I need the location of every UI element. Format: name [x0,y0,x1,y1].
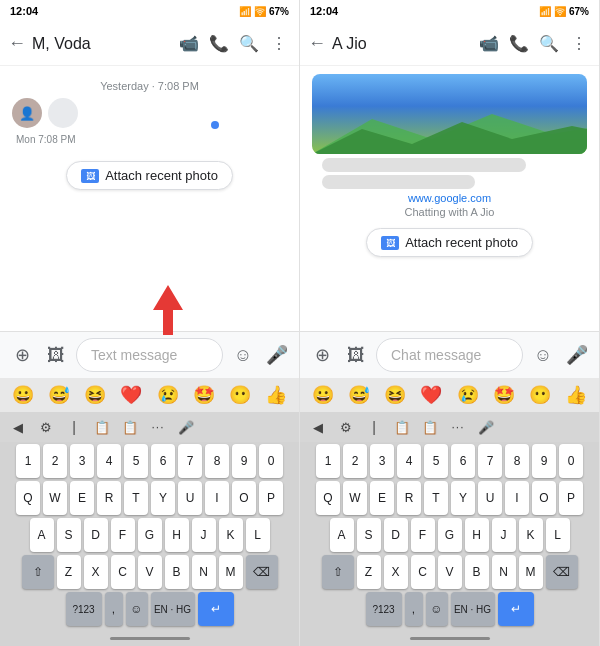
key-q-right[interactable]: Q [316,481,340,515]
key-j-right[interactable]: J [492,518,516,552]
key-a-right[interactable]: A [330,518,354,552]
key-2-right[interactable]: 2 [343,444,367,478]
key-u-right[interactable]: U [478,481,502,515]
emoji-1-right[interactable]: 😀 [306,384,340,406]
emoji-2-left[interactable]: 😅 [42,384,76,406]
emoji-7-right[interactable]: 😶 [523,384,557,406]
key-s-left[interactable]: S [57,518,81,552]
add-icon-right[interactable]: ⊕ [308,341,336,369]
comma-key-left[interactable]: , [105,592,123,626]
emoji-5-left[interactable]: 😢 [151,384,185,406]
toolbar-clipboard-right[interactable]: 📋 [390,415,414,439]
key-w-left[interactable]: W [43,481,67,515]
key-v-right[interactable]: V [438,555,462,589]
attach-icon-right[interactable]: 🖼 [342,341,370,369]
num-switch-left[interactable]: ?123 [66,592,102,626]
key-g-right[interactable]: G [438,518,462,552]
emoji-key-left[interactable]: ☺ [126,592,148,626]
emoji-icon-right[interactable]: ☺ [529,341,557,369]
key-8-right[interactable]: 8 [505,444,529,478]
key-f-right[interactable]: F [411,518,435,552]
key-i-left[interactable]: I [205,481,229,515]
toolbar-more-left[interactable]: ··· [146,415,170,439]
emoji-icon-left[interactable]: ☺ [229,341,257,369]
toolbar-mic-left[interactable]: 🎤 [174,415,198,439]
key-o-right[interactable]: O [532,481,556,515]
key-g-left[interactable]: G [138,518,162,552]
key-1-left[interactable]: 1 [16,444,40,478]
key-m-left[interactable]: M [219,555,243,589]
attach-icon-left[interactable]: 🖼 [42,341,70,369]
key-5-right[interactable]: 5 [424,444,448,478]
emoji-1-left[interactable]: 😀 [6,384,40,406]
toolbar-mic-right[interactable]: 🎤 [474,415,498,439]
toolbar-clipboard-left[interactable]: 📋 [90,415,114,439]
key-o-left[interactable]: O [232,481,256,515]
phone-icon-right[interactable]: 📞 [507,32,531,56]
key-7-right[interactable]: 7 [478,444,502,478]
emoji-8-left[interactable]: 👍 [259,384,293,406]
lang-key-right[interactable]: EN · HG [451,592,495,626]
emoji-6-right[interactable]: 🤩 [487,384,521,406]
toolbar-clipboard2-left[interactable]: 📋 [118,415,142,439]
num-switch-right[interactable]: ?123 [366,592,402,626]
key-z-left[interactable]: Z [57,555,81,589]
emoji-5-right[interactable]: 😢 [451,384,485,406]
key-0-right[interactable]: 0 [559,444,583,478]
phone-icon-left[interactable]: 📞 [207,32,231,56]
key-r-left[interactable]: R [97,481,121,515]
more-icon-right[interactable]: ⋮ [567,32,591,56]
emoji-3-left[interactable]: 😆 [78,384,112,406]
key-e-left[interactable]: E [70,481,94,515]
back-button-right[interactable]: ← [308,33,326,54]
key-3-right[interactable]: 3 [370,444,394,478]
text-input-right[interactable]: Chat message [376,338,523,372]
key-e-right[interactable]: E [370,481,394,515]
key-d-left[interactable]: D [84,518,108,552]
key-i-right[interactable]: I [505,481,529,515]
search-icon-right[interactable]: 🔍 [537,32,561,56]
emoji-6-left[interactable]: 🤩 [187,384,221,406]
key-y-right[interactable]: Y [451,481,475,515]
more-icon-left[interactable]: ⋮ [267,32,291,56]
key-h-left[interactable]: H [165,518,189,552]
key-1-right[interactable]: 1 [316,444,340,478]
emoji-8-right[interactable]: 👍 [559,384,593,406]
key-5-left[interactable]: 5 [124,444,148,478]
key-3-left[interactable]: 3 [70,444,94,478]
emoji-4-left[interactable]: ❤️ [114,384,148,406]
toolbar-more-right[interactable]: ··· [446,415,470,439]
key-b-left[interactable]: B [165,555,189,589]
key-2-left[interactable]: 2 [43,444,67,478]
key-n-left[interactable]: N [192,555,216,589]
key-j-left[interactable]: J [192,518,216,552]
key-p-right[interactable]: P [559,481,583,515]
emoji-7-left[interactable]: 😶 [223,384,257,406]
key-x-right[interactable]: X [384,555,408,589]
enter-key-right[interactable]: ↵ [498,592,534,626]
voice-icon-right[interactable]: 🎤 [563,341,591,369]
key-z-right[interactable]: Z [357,555,381,589]
key-7-left[interactable]: 7 [178,444,202,478]
key-w-right[interactable]: W [343,481,367,515]
key-4-right[interactable]: 4 [397,444,421,478]
add-icon-left[interactable]: ⊕ [8,341,36,369]
key-l-right[interactable]: L [546,518,570,552]
shift-key-right[interactable]: ⇧ [322,555,354,589]
toolbar-cursor-right[interactable]: | [362,415,386,439]
video-icon-right[interactable]: 📹 [477,32,501,56]
key-u-left[interactable]: U [178,481,202,515]
key-n-right[interactable]: N [492,555,516,589]
google-link-right[interactable]: www.google.com [312,192,587,204]
key-l-left[interactable]: L [246,518,270,552]
key-k-right[interactable]: K [519,518,543,552]
toolbar-clipboard2-right[interactable]: 📋 [418,415,442,439]
emoji-2-right[interactable]: 😅 [342,384,376,406]
key-m-right[interactable]: M [519,555,543,589]
key-p-left[interactable]: P [259,481,283,515]
toolbar-settings-left[interactable]: ⚙ [34,415,58,439]
key-6-left[interactable]: 6 [151,444,175,478]
enter-key-left[interactable]: ↵ [198,592,234,626]
shift-key-left[interactable]: ⇧ [22,555,54,589]
lang-key-left[interactable]: EN · HG [151,592,195,626]
